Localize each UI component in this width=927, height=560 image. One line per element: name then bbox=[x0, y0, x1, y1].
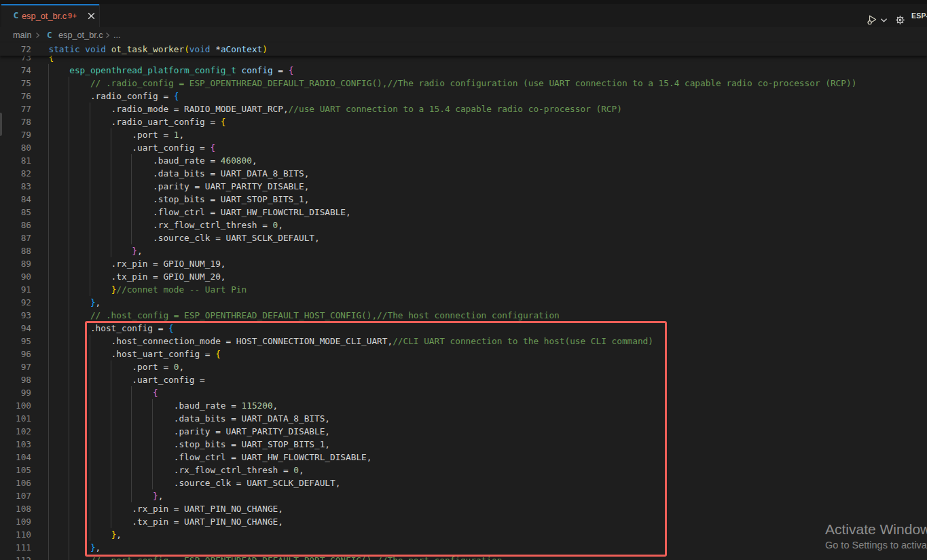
code-token: } bbox=[132, 246, 137, 256]
code-line-89[interactable]: .rx_pin = GPIO_NUM_19, bbox=[49, 257, 226, 270]
line-number: 106 bbox=[0, 477, 31, 489]
line-number: 100 bbox=[0, 399, 31, 412]
line-number: 112 bbox=[0, 554, 31, 560]
code-token: .stop_bits = UART_STOP_BITS_1, bbox=[49, 194, 310, 204]
line-number: 87 bbox=[0, 231, 31, 244]
left-edge-notch bbox=[0, 113, 2, 136]
code-token: void bbox=[189, 44, 211, 54]
line-number: 84 bbox=[0, 193, 31, 206]
code-token bbox=[49, 297, 90, 307]
code-line-79[interactable]: .port = 1, bbox=[49, 128, 185, 141]
esp-idf-extension-label[interactable]: ESP- bbox=[911, 4, 927, 27]
line-number: 77 bbox=[0, 102, 31, 115]
sticky-line-number: 72 bbox=[0, 43, 31, 56]
line-number: 91 bbox=[0, 283, 31, 296]
code-token: .rx_pin = GPIO_NUM_19, bbox=[49, 259, 226, 269]
code-token bbox=[49, 542, 90, 553]
line-number: 107 bbox=[0, 489, 31, 502]
run-dropdown-chevron-icon[interactable] bbox=[880, 18, 888, 23]
code-token: { bbox=[221, 117, 226, 127]
line-number: 95 bbox=[0, 335, 31, 348]
line-number: 97 bbox=[0, 360, 31, 373]
line-number: 111 bbox=[0, 541, 31, 554]
code-token: .tx_pin = GPIO_NUM_20, bbox=[49, 272, 226, 282]
code-line-84[interactable]: .stop_bits = UART_STOP_BITS_1, bbox=[49, 193, 310, 206]
editor-tab-bar: C esp_ot_br.c 9+ bbox=[0, 4, 927, 27]
line-number: 109 bbox=[0, 515, 31, 528]
code-line-86[interactable]: .rx_flow_ctrl_thresh = 0, bbox=[49, 219, 283, 231]
line-number: 101 bbox=[0, 412, 31, 425]
code-token: //use UART connection to a 15.4 capable … bbox=[289, 104, 622, 114]
code-token: .data_bits = UART_DATA_8_BITS, bbox=[49, 168, 310, 179]
line-number: 99 bbox=[0, 386, 31, 399]
code-line-80[interactable]: .uart_config = { bbox=[49, 141, 216, 154]
sticky-scroll-line[interactable]: 72static void ot_task_worker(void *aCont… bbox=[0, 43, 927, 56]
line-number: 82 bbox=[0, 167, 31, 180]
code-token bbox=[49, 246, 132, 256]
code-line-91[interactable]: }//connet mode -- Uart Pin bbox=[49, 283, 247, 296]
code-token: .rx_flow_ctrl_thresh = bbox=[49, 220, 273, 230]
line-number: 81 bbox=[0, 154, 31, 167]
code-token: 460800 bbox=[221, 155, 252, 166]
line-number: 89 bbox=[0, 257, 31, 270]
code-line-90[interactable]: .tx_pin = GPIO_NUM_20, bbox=[49, 270, 226, 283]
code-token: , bbox=[96, 297, 101, 307]
code-token: .source_clk = UART_SCLK_DEFAULT, bbox=[49, 233, 320, 243]
sticky-code-line-72[interactable]: static void ot_task_worker(void *aContex… bbox=[49, 43, 268, 56]
line-number: 80 bbox=[0, 141, 31, 154]
code-token bbox=[49, 284, 111, 295]
code-line-87[interactable]: .source_clk = UART_SCLK_DEFAULT, bbox=[49, 231, 320, 244]
code-token: // .host_config = ESP_OPENTHREAD_DEFAULT… bbox=[49, 310, 560, 320]
line-number: 96 bbox=[0, 348, 31, 360]
line-number: 85 bbox=[0, 206, 31, 219]
code-token: , bbox=[252, 155, 257, 166]
line-number: 94 bbox=[0, 322, 31, 335]
code-token: aContext bbox=[221, 44, 262, 54]
line-number: 102 bbox=[0, 425, 31, 438]
code-line-75[interactable]: // .radio_config = ESP_OPENTHREAD_DEFAUL… bbox=[49, 77, 857, 90]
tab-esp-ot-br-c[interactable]: C esp_ot_br.c 9+ bbox=[1, 4, 100, 27]
code-line-85[interactable]: .flow_ctrl = UART_HW_FLOWCTRL_DISABLE, bbox=[49, 206, 351, 219]
line-number: 74 bbox=[0, 64, 31, 77]
breadcrumb-item-file[interactable]: esp_ot_br.c bbox=[58, 27, 103, 43]
activate-windows-watermark: Activate Windows Go to Settings to activ… bbox=[825, 521, 927, 550]
code-token: { bbox=[289, 65, 294, 75]
code-token: , bbox=[278, 220, 283, 230]
code-line-83[interactable]: .parity = UART_PARITY_DISABLE, bbox=[49, 180, 310, 193]
breadcrumb-item-symbol-more[interactable]: ... bbox=[113, 27, 121, 43]
code-token: .radio_mode = RADIO_MODE_UART_RCP, bbox=[49, 104, 289, 114]
code-token: { bbox=[210, 143, 215, 153]
code-line-82[interactable]: .data_bits = UART_DATA_8_BITS, bbox=[49, 167, 310, 180]
code-line-76[interactable]: .radio_config = { bbox=[49, 90, 179, 102]
code-token: .uart_config = bbox=[49, 143, 211, 153]
code-token: .flow_ctrl = UART_HW_FLOWCTRL_DISABLE, bbox=[49, 207, 351, 217]
line-number: 75 bbox=[0, 77, 31, 90]
code-token: } bbox=[90, 297, 96, 307]
code-token bbox=[49, 65, 70, 75]
tab-label: esp_ot_br.c bbox=[22, 4, 67, 27]
code-line-88[interactable]: }, bbox=[49, 244, 143, 257]
breadcrumb-item-folder[interactable]: main bbox=[13, 27, 32, 43]
line-number: 83 bbox=[0, 180, 31, 193]
red-annotation-rectangle bbox=[85, 321, 667, 557]
code-line-74[interactable]: esp_openthread_platform_config_t config … bbox=[49, 64, 294, 77]
code-token: //connet mode -- Uart Pin bbox=[116, 284, 247, 295]
code-token: .port = bbox=[49, 130, 174, 140]
watermark-subtitle: Go to Settings to activate Windows. bbox=[825, 540, 927, 550]
c-file-icon: C bbox=[47, 27, 52, 43]
tab-close-icon[interactable] bbox=[88, 12, 95, 20]
code-editor[interactable]: 7374757677787980818283848586878889909192… bbox=[0, 43, 927, 560]
code-token: esp_openthread_platform_config_t bbox=[69, 65, 236, 75]
code-token: ( bbox=[184, 44, 189, 54]
code-line-78[interactable]: .radio_uart_config = { bbox=[49, 115, 226, 128]
code-line-93[interactable]: // .host_config = ESP_OPENTHREAD_DEFAULT… bbox=[49, 309, 560, 322]
code-token: * bbox=[211, 44, 221, 54]
code-line-77[interactable]: .radio_mode = RADIO_MODE_UART_RCP,//use … bbox=[49, 102, 622, 115]
watermark-title: Activate Windows bbox=[825, 521, 927, 538]
code-line-81[interactable]: .baud_rate = 460800, bbox=[49, 154, 257, 167]
code-token: .baud_rate = bbox=[49, 155, 221, 166]
code-token: .radio_uart_config = bbox=[49, 117, 221, 127]
code-line-92[interactable]: }, bbox=[49, 296, 101, 309]
gear-icon[interactable] bbox=[894, 14, 906, 26]
run-or-debug-icon[interactable] bbox=[867, 14, 878, 26]
